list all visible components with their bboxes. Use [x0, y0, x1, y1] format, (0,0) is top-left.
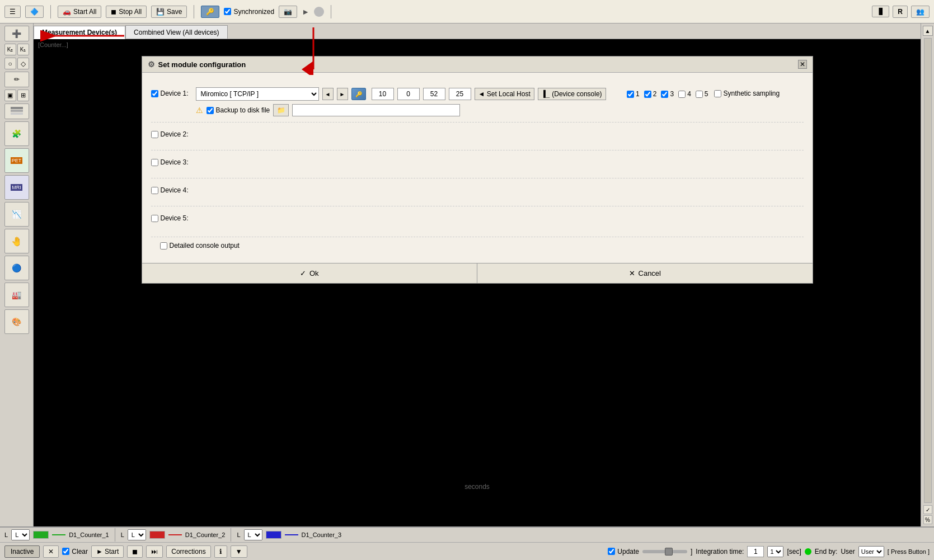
device-1-configure-icon[interactable]: 🔑	[351, 88, 366, 100]
scroll-check[interactable]: ✓	[923, 505, 932, 514]
device-console-button[interactable]: ▐_ (Device console)	[538, 88, 606, 100]
modal-gear-icon: ⚙	[148, 60, 155, 69]
device-3-checkbox[interactable]	[151, 159, 158, 166]
ch2-select[interactable]: L	[128, 529, 146, 540]
ch-5-check[interactable]: 5	[696, 90, 708, 98]
sidebar-pen-btn[interactable]: ✏	[4, 72, 29, 87]
info-button[interactable]: ℹ	[214, 545, 227, 558]
ch-2-checkbox[interactable]	[644, 91, 651, 98]
menu-button[interactable]: ☰	[4, 6, 21, 18]
inactive-button[interactable]: Inactive	[4, 545, 40, 558]
device-5-checkbox[interactable]	[151, 215, 158, 222]
sidebar-box2-btn[interactable]: ⊞	[17, 90, 29, 101]
dropdown-button[interactable]: ▼	[231, 545, 247, 558]
ch-1-check[interactable]: 1	[627, 90, 640, 98]
sidebar-box1-btn[interactable]: ▣	[4, 90, 16, 101]
sidebar-add-btn[interactable]: ➕	[4, 26, 29, 41]
inactive-label: Inactive	[11, 548, 34, 556]
sidebar-k2-btn[interactable]: K₂	[4, 44, 16, 55]
start-all-button[interactable]: 🚗 Start All	[58, 6, 101, 18]
sidebar-palette-btn[interactable]: 🎨	[4, 309, 29, 334]
detailed-console-check[interactable]: Detailed console output	[160, 242, 240, 250]
sidebar-diamond-btn[interactable]: ◇	[17, 58, 29, 69]
backup-path-input[interactable]	[292, 104, 460, 116]
modal-cancel-button[interactable]: ✕ Cancel	[477, 263, 813, 283]
stop-all-button[interactable]: ◼ Stop All	[106, 6, 147, 18]
ch-4-checkbox[interactable]	[678, 91, 686, 98]
modal-dialog: ⚙ Set module configuration ✕ Device 1: M…	[142, 56, 813, 284]
clear-checkbox[interactable]	[62, 548, 69, 555]
sidebar-mri-btn[interactable]: MRI	[4, 175, 29, 200]
users-button[interactable]: 👥	[911, 6, 930, 18]
ch1-id: D1_Counter_1	[69, 531, 109, 538]
device-2-checkbox[interactable]	[151, 131, 158, 138]
tab-measurement-devices[interactable]: Measurement Device(s)	[34, 26, 125, 39]
backup-checkbox[interactable]	[206, 107, 214, 114]
sidebar-signal-btn[interactable]: 📉	[4, 202, 29, 227]
sidebar-pair-2: ○ ◇	[4, 58, 29, 69]
scroll-track[interactable]	[924, 38, 932, 503]
ch-5-checkbox[interactable]	[696, 91, 703, 98]
update-slider[interactable]	[642, 550, 687, 553]
sidebar-layers-btn[interactable]	[4, 103, 29, 119]
device-3-row: Device 3:	[151, 150, 804, 178]
device-4-label: Device 4:	[151, 184, 190, 194]
synchronized-check[interactable]: Synchronized	[224, 8, 274, 16]
logo-button[interactable]: 🔷	[25, 6, 44, 18]
start-button[interactable]: ► Start	[91, 545, 124, 558]
sidebar-sphere-btn[interactable]: 🔵	[4, 256, 29, 280]
r-button[interactable]: R	[893, 6, 908, 18]
sidebar-pet-btn[interactable]: PET	[4, 148, 29, 173]
corrections-button[interactable]: Corrections	[166, 545, 210, 558]
set-local-host-button[interactable]: ◄ Set Local Host	[475, 88, 534, 100]
ch1-select[interactable]: L	[11, 529, 30, 540]
configure-button[interactable]: 🔑	[201, 6, 219, 18]
device-4-checkbox[interactable]	[151, 187, 158, 194]
sidebar-circle-btn[interactable]: ○	[4, 58, 16, 69]
detailed-console-checkbox[interactable]	[160, 242, 167, 250]
svg-rect-2	[11, 112, 23, 115]
sep3	[331, 5, 331, 18]
ch-3-check[interactable]: 3	[661, 90, 674, 98]
device-1-type-select[interactable]: Miromico [ TCP/IP ]	[196, 87, 319, 101]
device-1-ip1-input[interactable]	[372, 88, 394, 100]
device-1-prev-btn[interactable]: ◄	[322, 88, 334, 100]
device-1-ip3-input[interactable]	[423, 88, 445, 100]
ch-1-checkbox[interactable]	[627, 91, 634, 98]
integration-value-input[interactable]	[747, 546, 764, 557]
backup-folder-btn[interactable]: 📁	[273, 104, 289, 116]
tab-combined-view[interactable]: Combined View (All devices)	[125, 25, 228, 39]
sidebar-puzzle-btn[interactable]: 🧩	[4, 121, 29, 146]
camera-button[interactable]: 📷	[279, 6, 297, 18]
device-1-ip4-input[interactable]	[449, 88, 471, 100]
sidebar-pair-3: ▣ ⊞	[4, 90, 29, 101]
save-button[interactable]: 💾 Save	[151, 6, 187, 18]
ch-sep1	[115, 528, 115, 542]
ch-4-check[interactable]: 4	[678, 90, 691, 98]
modal-ok-button[interactable]: ✓ Ok	[142, 263, 478, 283]
integration-unit-select[interactable]: 1	[767, 546, 783, 557]
device-1-ip2-input[interactable]	[397, 88, 420, 100]
synthetic-sampling-checkbox[interactable]	[714, 90, 721, 97]
ch3-select[interactable]: L	[244, 529, 262, 540]
stop-button[interactable]: ◼	[127, 545, 143, 558]
terminal-button[interactable]: ▐▌	[872, 6, 889, 17]
ch-3-checkbox[interactable]	[661, 91, 668, 98]
scroll-up-btn[interactable]: ▲	[923, 26, 933, 36]
user-select[interactable]: User	[858, 546, 884, 557]
fwd-button[interactable]: ⏭	[146, 545, 163, 558]
x-button[interactable]: ✕	[43, 545, 59, 558]
device-1-next-btn[interactable]: ►	[337, 88, 348, 100]
device-1-checkbox[interactable]	[151, 90, 158, 97]
integration-time-label: Integration time:	[696, 548, 744, 556]
synchronized-checkbox[interactable]	[224, 8, 231, 15]
modal-title-text: Set module configuration	[158, 60, 246, 69]
sidebar-k1-btn[interactable]: K₁	[17, 44, 29, 55]
modal-close-button[interactable]: ✕	[798, 60, 807, 69]
synthetic-sampling-check[interactable]: Synthetic sampling	[714, 90, 780, 97]
ch-2-check[interactable]: 2	[644, 90, 657, 98]
sidebar-factory-btn[interactable]: 🏭	[4, 283, 29, 307]
scroll-percent[interactable]: %	[923, 515, 932, 524]
update-checkbox[interactable]	[608, 548, 615, 555]
sidebar-hand-btn[interactable]: 🤚	[4, 229, 29, 253]
